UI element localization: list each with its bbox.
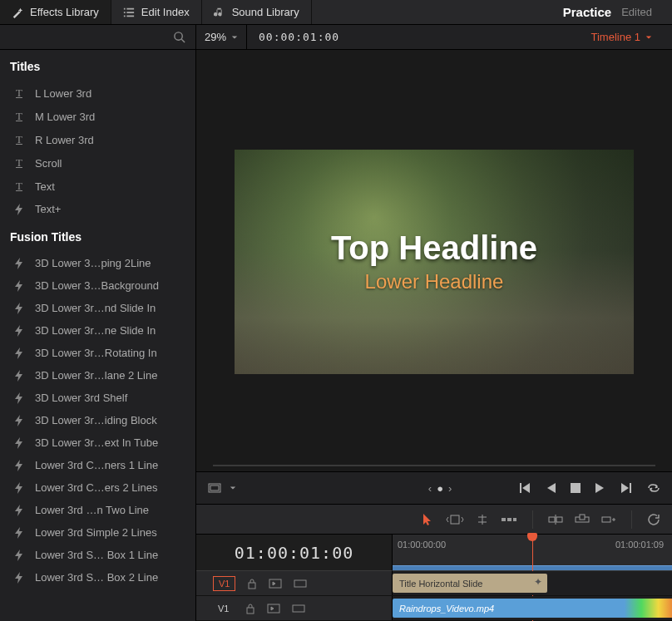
svg-rect-18 bbox=[602, 517, 610, 522]
ruler-tick: 01:00:00:00 bbox=[398, 540, 446, 550]
insert-tool-icon[interactable] bbox=[548, 514, 563, 525]
fusion-title-item[interactable]: Lower 3rd S… Box 2 Line bbox=[0, 566, 195, 589]
bolt-icon bbox=[13, 505, 25, 516]
fusion-title-item[interactable]: Lower 3rd Simple 2 Lines bbox=[0, 521, 195, 544]
skip-last-icon[interactable] bbox=[620, 482, 632, 494]
edit-index-label: Edit Index bbox=[141, 6, 190, 18]
lock-icon[interactable] bbox=[245, 603, 255, 614]
fusion-title-label: 3D Lower 3r…ne Slide In bbox=[35, 324, 156, 337]
text-icon: T bbox=[13, 180, 25, 193]
fusion-title-item[interactable]: 3D Lower 3r…nd Slide In bbox=[0, 297, 195, 319]
selection-tool-icon[interactable] bbox=[422, 513, 434, 526]
video-clip[interactable]: Raindrops_Videvo.mp4 bbox=[393, 599, 672, 618]
svg-rect-17 bbox=[580, 515, 585, 520]
fusion-title-item[interactable]: 3D Lower 3r…ne Slide In bbox=[0, 319, 195, 342]
auto-select-icon[interactable] bbox=[269, 579, 282, 589]
trim-tool-icon[interactable] bbox=[446, 514, 464, 525]
track-enable-icon[interactable] bbox=[294, 579, 307, 588]
track-enable-icon[interactable] bbox=[292, 604, 305, 613]
title-item[interactable]: TScroll bbox=[0, 151, 195, 175]
fusion-title-label: 3D Lower 3r…ext In Tube bbox=[35, 436, 158, 449]
auto-select-icon[interactable] bbox=[267, 604, 280, 614]
nav-prev-icon[interactable]: ‹ bbox=[428, 482, 432, 495]
title-item[interactable]: Text+ bbox=[0, 198, 195, 220]
fusion-title-label: 3D Lower 3r…Rotating In bbox=[35, 347, 157, 359]
viewer[interactable]: Top Headline Lower Headline bbox=[196, 50, 672, 460]
title-item[interactable]: TL Lower 3rd bbox=[0, 81, 195, 105]
skip-first-icon[interactable] bbox=[519, 482, 531, 494]
bolt-icon bbox=[13, 482, 25, 494]
sound-library-label: Sound Library bbox=[232, 6, 299, 18]
fusion-title-item[interactable]: 3D Lower 3…ping 2Line bbox=[0, 252, 195, 274]
viewer-timecode[interactable]: 00:00:01:00 bbox=[247, 31, 351, 43]
title-item-label: L Lower 3rd bbox=[35, 87, 91, 100]
snap-tool-icon[interactable] bbox=[501, 515, 517, 524]
refresh-icon[interactable] bbox=[647, 513, 660, 526]
track-body[interactable]: Raindrops_Videvo.mp4 bbox=[393, 596, 672, 620]
viewer-scrub-bar[interactable] bbox=[196, 460, 672, 471]
fusion-title-item[interactable]: 3D Lower 3rd Shelf bbox=[0, 387, 195, 409]
clip-label: Title Horizontal Slide bbox=[399, 579, 482, 589]
bolt-icon bbox=[13, 415, 25, 426]
fusion-title-label: Lower 3rd Simple 2 Lines bbox=[35, 526, 157, 539]
svg-rect-12 bbox=[507, 518, 511, 521]
track-header-v1-title[interactable]: V1 bbox=[196, 571, 393, 595]
svg-rect-2 bbox=[124, 12, 126, 13]
fusion-title-item[interactable]: 3D Lower 3r…ext In Tube bbox=[0, 431, 195, 454]
bolt-icon bbox=[13, 527, 25, 539]
fusion-title-label: 3D Lower 3r…nd Slide In bbox=[35, 302, 156, 314]
fusion-title-label: Lower 3rd S… Box 1 Line bbox=[35, 549, 158, 561]
fusion-title-item[interactable]: Lower 3rd C…ners 1 Line bbox=[0, 454, 195, 476]
edit-index-tab[interactable]: Edit Index bbox=[111, 0, 202, 24]
nav-next-icon[interactable]: › bbox=[448, 482, 452, 495]
timeline-timecode-display[interactable]: 01:00:01:00 bbox=[196, 535, 393, 571]
safe-area-icon[interactable] bbox=[208, 483, 221, 493]
fusion-title-item[interactable]: 3D Lower 3r…iding Block bbox=[0, 409, 195, 431]
fusion-title-label: 3D Lower 3r…iding Block bbox=[35, 414, 157, 426]
fusion-title-item[interactable]: 3D Lower 3r…lane 2 Line bbox=[0, 364, 195, 387]
stop-icon[interactable] bbox=[571, 483, 581, 493]
zoom-selector[interactable]: 29% bbox=[196, 25, 247, 49]
loop-icon[interactable] bbox=[647, 482, 660, 494]
blade-tool-icon[interactable] bbox=[476, 514, 489, 525]
play-icon[interactable] bbox=[595, 482, 605, 494]
effects-library-tab[interactable]: Effects Library bbox=[0, 0, 111, 24]
track-label: V1 bbox=[213, 576, 235, 591]
text-icon: T bbox=[13, 156, 25, 170]
title-item[interactable]: TM Lower 3rd bbox=[0, 105, 195, 128]
effects-library-label: Effects Library bbox=[30, 6, 99, 18]
fusion-title-item[interactable]: Lower 3rd …n Two Line bbox=[0, 499, 195, 521]
fusion-title-label: 3D Lower 3rd Shelf bbox=[35, 392, 127, 404]
title-clip[interactable]: Title Horizontal Slide ✦ bbox=[393, 574, 547, 593]
search-icon[interactable] bbox=[173, 31, 185, 43]
preview-headline-2: Lower Headline bbox=[365, 270, 504, 293]
fusion-title-item[interactable]: Lower 3rd C…ers 2 Lines bbox=[0, 476, 195, 499]
chevron-down-icon[interactable] bbox=[230, 485, 236, 491]
bolt-icon bbox=[13, 204, 25, 215]
title-item-label: R Lower 3rd bbox=[35, 134, 94, 146]
play-reverse-icon[interactable] bbox=[546, 482, 556, 494]
chevron-down-icon bbox=[231, 34, 238, 41]
overwrite-tool-icon[interactable] bbox=[575, 514, 590, 525]
svg-rect-24 bbox=[293, 605, 304, 612]
fusion-title-item[interactable]: Lower 3rd S… Box 1 Line bbox=[0, 544, 195, 566]
fusion-title-item[interactable]: 3D Lower 3…Background bbox=[0, 274, 195, 297]
music-icon bbox=[214, 7, 225, 18]
lock-icon[interactable] bbox=[247, 578, 257, 589]
video-preview: Top Headline Lower Headline bbox=[235, 150, 634, 374]
titles-sidebar[interactable]: Titles TL Lower 3rdTM Lower 3rdTR Lower … bbox=[0, 50, 196, 621]
append-tool-icon[interactable] bbox=[601, 514, 616, 525]
sound-library-tab[interactable]: Sound Library bbox=[202, 0, 312, 24]
fusion-title-label: Lower 3rd …n Two Line bbox=[35, 504, 149, 516]
fusion-titles-heading: Fusion Titles bbox=[0, 220, 195, 252]
track-body[interactable]: Title Horizontal Slide ✦ bbox=[393, 571, 672, 595]
bolt-icon bbox=[13, 258, 25, 269]
timeline-selector[interactable]: Timeline 1 bbox=[591, 31, 672, 43]
fusion-fx-icon: ✦ bbox=[534, 576, 542, 588]
title-item[interactable]: TR Lower 3rd bbox=[0, 128, 195, 151]
title-item[interactable]: TText bbox=[0, 175, 195, 198]
track-header-v1-video[interactable]: V1 bbox=[196, 596, 393, 620]
timeline-ruler[interactable]: 01:00:00:00 01:00:01:09 bbox=[393, 535, 672, 571]
bolt-icon bbox=[13, 460, 25, 471]
fusion-title-item[interactable]: 3D Lower 3r…Rotating In bbox=[0, 342, 195, 364]
